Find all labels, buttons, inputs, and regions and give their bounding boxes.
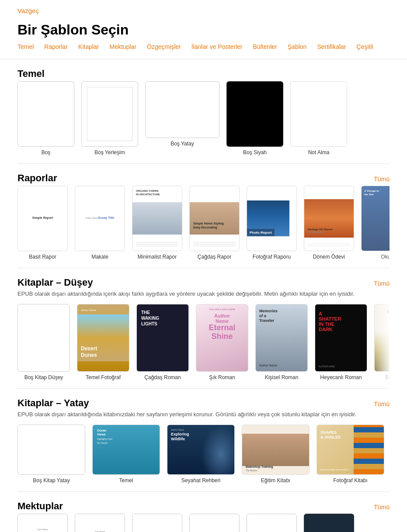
raporlar-title: Raporlar <box>17 173 57 184</box>
fotograf-kitabi-thumb: SHAPES& ANGLES ARCHITECTURAL PHOTOGRAPHY <box>317 425 384 475</box>
template-minimalist-rapor[interactable]: ORGANIC FORMSIN ARCHITECTURE Minimalist … <box>132 186 182 260</box>
temel-h-thumb: OceanViewsHighlights FromMy Travels <box>92 425 160 475</box>
template-heyecanli-roman[interactable]: ASHATTERIN THEDARK AUTHOR NAME Heyecanlı… <box>315 304 367 380</box>
kitaplar-duzey-section: Kitaplar – Düşey Tümü EPUB olarak dışarı… <box>0 268 407 388</box>
fotograf-kitabi-label: Fotoğraf Kitabı <box>333 477 368 484</box>
sender-orange-thumb: Sender Name <box>189 514 240 532</box>
waking-text: THEWAKINGLIGHTS <box>141 310 159 327</box>
template-sender-name[interactable]: SENDER NAME <box>132 514 182 532</box>
nav-raporlar[interactable]: Raporlar <box>44 43 68 52</box>
cagdas-roman-label: Çağdaş Roman <box>144 374 181 380</box>
template-basit-roman[interactable]: THREE TALES AUTHOR NAME Basit Roman <box>374 304 390 380</box>
basit-rapor-label: Basit Rapor <box>29 254 56 260</box>
bos-kitap-duzey-thumb <box>17 304 70 372</box>
mektuplar-tumu[interactable]: Tümü <box>374 504 390 511</box>
voyage-text: A Voyage tothe Sea <box>364 190 379 197</box>
template-kisisel-roman[interactable]: Memoriesof aTraveler Author Name Kişisel… <box>255 304 308 380</box>
bos-yatay-thumb <box>145 81 219 138</box>
template-cagdas-roman[interactable]: THEWAKINGLIGHTS Çağdaş Roman <box>136 304 189 380</box>
template-makale[interactable]: Author Name Essay Title Makale <box>75 186 125 260</box>
template-letter-6[interactable] <box>304 514 354 532</box>
minimalist-rapor-thumb: ORGANIC FORMSIN ARCHITECTURE <box>132 186 182 251</box>
bos-siyah-thumb <box>226 81 283 147</box>
geology-title: Geology 101 ReportSubheading <box>308 228 333 233</box>
raporlar-templates-row: Simple Report Basit Rapor Author Name Es… <box>17 186 390 263</box>
template-seyahat-rehberi[interactable]: Author Name ExploringWildlife Seyahat Re… <box>167 425 235 484</box>
desert-author: Author Name <box>81 309 96 311</box>
sender-name-thumb: SENDER NAME <box>132 514 182 532</box>
template-letter-1[interactable]: Your Name Address <box>17 514 68 532</box>
nav-temel[interactable]: Temel <box>17 43 34 52</box>
kitaplar-yatay-tumu[interactable]: Tümü <box>374 401 390 408</box>
shatter-title: ASHATTERIN THEDARK <box>319 311 341 332</box>
okul-label: Okul <box>381 254 390 260</box>
letter-6-thumb <box>304 514 354 532</box>
raporlar-tumu[interactable]: Tümü <box>374 176 390 183</box>
cancel-button[interactable]: Vazgeç <box>17 7 39 14</box>
nav-sertifikalar[interactable]: Sertifikalar <box>317 43 346 52</box>
template-letter-2[interactable]: Your Name <box>75 514 125 532</box>
template-bos-yatay[interactable]: Boş Yatay <box>145 81 219 155</box>
kitaplar-duzey-subtitle: EPUB olarak dışarı aktarıldığında içerik… <box>17 290 390 298</box>
kisisel-roman-label: Kişisel Roman <box>265 374 299 380</box>
template-fotograf-raporu[interactable]: Photo Report Fotoğraf Raporu <box>247 186 297 260</box>
cagdas-roman-thumb: THEWAKINGLIGHTS <box>136 304 189 372</box>
template-fotograf-kitabi[interactable]: SHAPES& ANGLES ARCHITECTURAL PHOTOGRAPHY… <box>317 425 384 484</box>
template-bos-siyah[interactable]: Boş Siyah <box>226 81 283 155</box>
mektuplar-templates-row: Your Name Address <box>17 514 390 532</box>
bos-yerlesim-thumb <box>81 81 138 147</box>
photo-report-img: Photo Report <box>247 200 289 236</box>
nav-mektuplar[interactable]: Mektuplar <box>110 43 136 52</box>
basit-roman-label: Basit Roman <box>386 374 390 380</box>
template-egitim-kitabi[interactable]: Bakeshop TrainingThe Basics Eğitim Kitab… <box>242 425 310 484</box>
fotograf-raporu-label: Fotoğraf Raporu <box>253 254 291 260</box>
temel-h-label: Temel <box>119 477 133 484</box>
template-donem-odevi[interactable]: Geology 101 ReportSubheading Dönem Ödevi <box>304 186 354 260</box>
page-title: Bir Şablon Seçin <box>0 18 407 43</box>
easy-dec-img <box>190 202 239 235</box>
template-bos-yerlesim[interactable]: Boş Yerleşim <box>81 81 138 155</box>
raporlar-section: Raporlar Tümü Simple Report Basit Rapor <box>0 164 407 268</box>
template-temel-h[interactable]: OceanViewsHighlights FromMy Travels Teme… <box>92 425 160 484</box>
makale-thumb: Author Name Essay Title <box>75 186 125 251</box>
egitim-kitabi-label: Eğitim Kitabı <box>261 477 290 484</box>
template-sender-orange[interactable]: Sender Name <box>189 514 240 532</box>
kitaplar-yatay-header: Kitaplar – Yatay Tümü <box>17 397 390 409</box>
desert-title: DesertDunes <box>81 345 97 358</box>
eternal-author: Tapor click to add a subtitle <box>196 308 248 311</box>
donem-odevi-label: Dönem Ödevi <box>313 254 345 260</box>
sik-roman-thumb: Tapor click to add a subtitle AuthorName… <box>196 304 248 372</box>
bakeshop-img <box>242 434 309 466</box>
temel-title: Temel <box>17 68 45 79</box>
template-bos[interactable]: Boş <box>17 81 74 155</box>
kitaplar-yatay-title: Kitaplar – Yatay <box>17 397 89 409</box>
minimalist-rapor-label: Minimalist Rapor <box>138 254 177 260</box>
template-temel-fotograf[interactable]: Author Name DesertDunes Temel Fotoğraf <box>77 304 129 380</box>
template-cagdas-rapor[interactable]: Simple Home StylingEasy Decorating Çağda… <box>189 186 240 260</box>
template-sik-roman[interactable]: Tapor click to add a subtitle AuthorName… <box>196 304 248 380</box>
mektuplar-section: Mektuplar Tümü Your Name Address <box>0 492 407 532</box>
organic-img <box>132 202 182 235</box>
template-not-alma[interactable]: Not Alma <box>290 81 347 155</box>
bos-siyah-label: Boş Siyah <box>243 149 267 155</box>
donem-odevi-thumb: Geology 101 ReportSubheading <box>304 186 354 251</box>
photo-report-overlay: Photo Report <box>247 229 275 236</box>
ocean-text: OceanViewsHighlights FromMy Travels <box>97 428 112 444</box>
template-letter-5[interactable] <box>247 514 297 532</box>
nav-kitaplar[interactable]: Kitaplar <box>78 43 99 52</box>
letter-5-thumb <box>247 514 297 532</box>
nav-ozgecmisler[interactable]: Özgeçmişler <box>147 43 181 52</box>
seyahat-rehberi-thumb: Author Name ExploringWildlife <box>167 425 235 475</box>
basit-rapor-thumb: Simple Report <box>17 186 68 251</box>
kitaplar-duzey-tumu[interactable]: Tümü <box>374 280 390 287</box>
nav-sablon[interactable]: Şablon <box>288 43 307 52</box>
template-basit-rapor[interactable]: Simple Report Basit Rapor <box>17 186 68 260</box>
nav-ilanlar[interactable]: İlanlar ve Posterler <box>191 43 243 52</box>
nav-cesitli[interactable]: Çeşitli <box>357 43 373 52</box>
easy-dec-title: Simple Home StylingEasy Decorating <box>193 221 224 229</box>
template-bos-kitap-yatay[interactable]: Boş Kitap Yatay <box>17 425 85 484</box>
template-bos-kitap-duzey[interactable]: Boş Kitap Düşey <box>17 304 70 380</box>
nav-bultenler[interactable]: Bültenler <box>253 43 277 52</box>
exploring-author: Author Name <box>171 428 184 431</box>
template-okul[interactable]: A Voyage tothe Sea Okul <box>361 186 390 260</box>
